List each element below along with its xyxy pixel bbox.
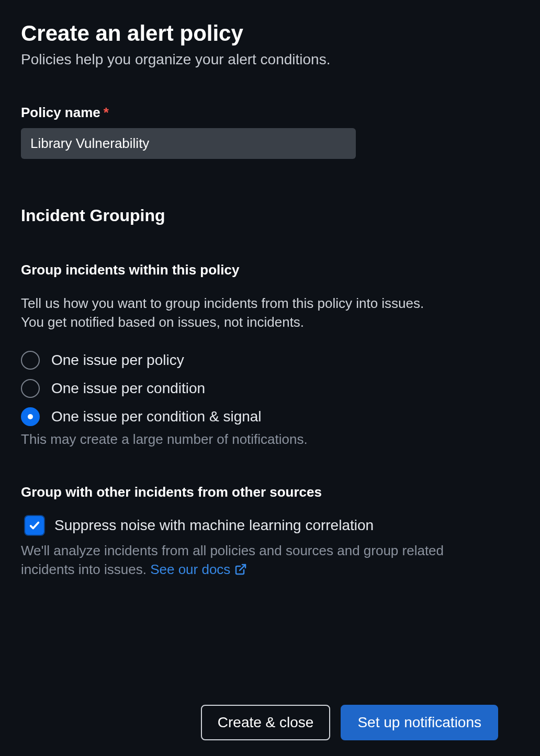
required-asterisk: * bbox=[104, 105, 109, 120]
external-link-icon bbox=[234, 563, 247, 576]
policy-name-field: Policy name* bbox=[21, 105, 519, 159]
radio-icon bbox=[21, 351, 40, 370]
radio-label: One issue per condition bbox=[51, 380, 205, 397]
radio-icon-selected bbox=[21, 407, 40, 426]
checkbox-hint: We'll analyze incidents from all policie… bbox=[21, 541, 450, 579]
svg-line-0 bbox=[240, 565, 245, 570]
page-subtitle: Policies help you organize your alert co… bbox=[21, 51, 519, 68]
group-other-section: Group with other incidents from other so… bbox=[21, 484, 519, 579]
checkbox-label: Suppress noise with machine learning cor… bbox=[54, 517, 374, 534]
incident-grouping-title: Incident Grouping bbox=[21, 206, 519, 225]
radio-selected-hint: This may create a large number of notifi… bbox=[21, 431, 519, 448]
suppress-noise-checkbox-row[interactable]: Suppress noise with machine learning cor… bbox=[25, 516, 519, 535]
setup-notifications-button[interactable]: Set up notifications bbox=[341, 705, 498, 740]
group-other-title: Group with other incidents from other so… bbox=[21, 484, 519, 500]
policy-name-label-text: Policy name bbox=[21, 105, 100, 120]
radio-one-issue-per-policy[interactable]: One issue per policy bbox=[21, 351, 519, 370]
create-close-button[interactable]: Create & close bbox=[201, 705, 331, 740]
see-our-docs-link[interactable]: See our docs bbox=[150, 560, 247, 579]
group-within-desc: Tell us how you want to group incidents … bbox=[21, 294, 440, 332]
docs-link-text: See our docs bbox=[150, 560, 230, 579]
radio-one-issue-per-condition[interactable]: One issue per condition bbox=[21, 379, 519, 398]
radio-icon bbox=[21, 379, 40, 398]
page-title: Create an alert policy bbox=[21, 21, 519, 46]
policy-name-input[interactable] bbox=[21, 128, 356, 159]
footer-buttons: Create & close Set up notifications bbox=[201, 705, 498, 740]
group-within-section: Group incidents within this policy Tell … bbox=[21, 262, 519, 448]
radio-label: One issue per condition & signal bbox=[51, 408, 262, 425]
radio-one-issue-per-condition-signal[interactable]: One issue per condition & signal bbox=[21, 407, 519, 426]
group-within-title: Group incidents within this policy bbox=[21, 262, 519, 278]
radio-label: One issue per policy bbox=[51, 352, 184, 369]
policy-name-label: Policy name* bbox=[21, 105, 519, 121]
checkbox-checked-icon bbox=[25, 516, 44, 535]
grouping-radio-group: One issue per policy One issue per condi… bbox=[21, 351, 519, 426]
